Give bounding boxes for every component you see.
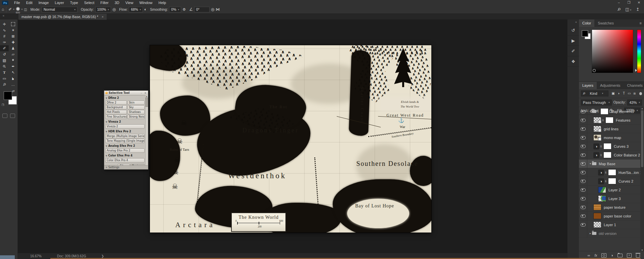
new-group-icon[interactable] xyxy=(618,254,623,257)
tool-crop[interactable]: # xyxy=(0,33,9,39)
visibility-toggle[interactable] xyxy=(579,151,587,159)
chevron-right-icon[interactable]: ▸ xyxy=(589,232,592,235)
nik-scrollbar[interactable]: ▲ xyxy=(145,95,148,166)
tool-eraser[interactable]: ▱ xyxy=(9,51,17,57)
pressure-opacity-icon[interactable]: ◎ xyxy=(112,7,116,12)
panel-close-icon[interactable]: ✕ xyxy=(144,92,147,94)
layer-opacity-select[interactable]: 43%▾ xyxy=(627,100,642,106)
nik-section-header[interactable]: ▼Viveza 2 xyxy=(105,119,145,124)
layer-mask-thumbnail[interactable] xyxy=(600,108,608,115)
share-icon[interactable]: ↥ xyxy=(636,7,639,12)
chevron-down-icon[interactable]: ▾ xyxy=(589,162,592,165)
layer-row-hue-sa-ion-1[interactable]: ◑∞Hue/Sa...ion 1 xyxy=(579,168,644,177)
status-menu-chevron-icon[interactable]: ❯ xyxy=(101,254,104,258)
home-icon[interactable]: ⌂ xyxy=(2,7,4,12)
nik-filter-button[interactable]: Viveza 2 xyxy=(105,124,145,129)
nik-filter-button[interactable]: Color Efex Pro 4 xyxy=(105,158,145,163)
visibility-toggle[interactable] xyxy=(579,203,587,211)
tab-channels[interactable]: Channels xyxy=(624,82,644,89)
link-layers-icon[interactable]: ∞ xyxy=(588,253,590,257)
layer-thumbnail[interactable] xyxy=(593,213,601,219)
collapse-tabs-icon[interactable]: « xyxy=(3,14,4,17)
tool-magic-wand[interactable]: ✶ xyxy=(9,27,17,33)
layer-row-map-base[interactable]: ▾Map Base xyxy=(579,159,644,168)
layer-row-features[interactable]: ∞Features xyxy=(579,116,644,125)
visibility-toggle[interactable] xyxy=(579,159,587,168)
panel-history-icon[interactable]: ↺ xyxy=(568,25,579,36)
nik-filter-button[interactable]: Analog Efex Pro 2 xyxy=(105,148,145,153)
panel-minimize-icon[interactable]: – xyxy=(140,92,143,94)
nik-filter-button[interactable]: Shadows xyxy=(127,110,145,114)
adjustment-layers-filter-icon[interactable]: ◑ xyxy=(616,91,621,95)
foreground-color-swatch[interactable] xyxy=(4,91,12,100)
new-layer-icon[interactable]: + xyxy=(627,253,632,258)
layer-row-layer-3[interactable]: Layer 3 xyxy=(579,194,644,203)
tool-brush[interactable]: ✐ xyxy=(0,45,9,51)
symmetry-icon[interactable]: ⋈ xyxy=(216,7,220,12)
nik-filter-button[interactable]: Background xyxy=(105,105,127,110)
nik-filter-button[interactable]: Merge (Multiple Image Series) xyxy=(105,134,145,138)
nik-filter-button[interactable]: Skin xyxy=(127,101,145,105)
tool-pen[interactable]: ✒ xyxy=(9,63,17,69)
nik-settings-footer[interactable]: « Settings xyxy=(104,165,148,169)
tool-eyedropper[interactable]: ✑ xyxy=(0,39,9,45)
filter-toggle-icon[interactable] xyxy=(639,92,642,95)
layer-row-layer-1[interactable]: Layer 1 xyxy=(579,220,644,229)
nik-section-header[interactable]: ▼HDR Efex Pro 2 xyxy=(105,129,145,134)
visibility-toggle[interactable] xyxy=(579,212,587,220)
menu-edit[interactable]: Edit xyxy=(23,1,36,5)
layer-mask-thumbnail[interactable] xyxy=(603,152,611,158)
smart-object-filter-icon[interactable]: ⧈ xyxy=(632,91,637,95)
visibility-toggle[interactable] xyxy=(579,142,587,150)
layer-thumbnail[interactable] xyxy=(593,221,601,228)
brush-size-preview[interactable]: 600 xyxy=(16,7,20,14)
tool-rectangle[interactable]: ▭ xyxy=(0,75,9,81)
menu-3d[interactable]: 3D xyxy=(112,1,122,5)
saturation-brightness-field[interactable] xyxy=(592,29,633,73)
layer-row-grid-lines[interactable]: grid lines xyxy=(579,125,644,133)
layer-row-paper-base-color[interactable]: paper base color xyxy=(579,212,644,220)
layer-row-layer-2[interactable]: Layer 2 xyxy=(579,186,644,194)
zoom-level-field[interactable]: 16.67% xyxy=(24,254,44,258)
nik-filter-button[interactable]: Hot Pixels xyxy=(105,110,127,114)
tool-clone-stamp[interactable]: ♟ xyxy=(9,45,17,51)
shape-layers-filter-icon[interactable]: ▭ xyxy=(627,91,632,95)
nik-filter-button[interactable]: Tone Mapping (Single Image) xyxy=(105,139,145,143)
add-layer-mask-icon[interactable] xyxy=(601,253,606,258)
layer-row-old-version[interactable]: ▸old version xyxy=(579,229,644,238)
blend-mode-select[interactable]: Pass Through▾ xyxy=(581,100,612,106)
tool-edit-toolbar[interactable]: … xyxy=(9,81,17,87)
nik-filter-button[interactable]: Sky xyxy=(127,105,145,110)
panel-actions-icon[interactable]: ▶ xyxy=(568,36,579,46)
color-picker-marker[interactable] xyxy=(593,69,596,72)
layer-row-map-elements[interactable]: ▾∞Map elements xyxy=(579,107,644,116)
visibility-toggle[interactable] xyxy=(579,125,587,133)
nik-section-header[interactable]: ▼Color Efex Pro 4 xyxy=(105,153,145,158)
tool-dodge[interactable]: ⚲ xyxy=(0,63,9,69)
layer-thumbnail[interactable] xyxy=(593,117,601,123)
tool-blur[interactable]: ♠ xyxy=(9,57,17,63)
tool-frame[interactable]: ⊠ xyxy=(9,33,17,39)
pressure-size-icon[interactable]: ◎ xyxy=(211,7,214,12)
visibility-toggle[interactable] xyxy=(579,177,587,185)
selective-tool-panel[interactable]: Selective Tool – ✕ ▼Dfine 2Dfine 2SkinBa… xyxy=(104,90,148,170)
swap-colors-icon[interactable]: ⇄ xyxy=(12,89,15,93)
hue-slider[interactable] xyxy=(637,29,641,73)
tab-close-icon[interactable]: × xyxy=(102,15,104,19)
tab-adjustments[interactable]: Adjustments xyxy=(597,82,624,89)
map-document[interactable]: ∧ ∧ ∧ ∧ ∧ ∧ ∧ ∧ ∧ ∧ ∧ ∧ ∧ ∧ ∧ ∧ ∧ ∧ ∧ ∧ … xyxy=(150,45,431,233)
visibility-toggle[interactable] xyxy=(579,194,587,203)
type-layers-filter-icon[interactable]: T xyxy=(622,91,626,95)
workspace-switcher[interactable]: ◫ ▾ xyxy=(625,7,631,12)
layer-mask-thumbnail[interactable] xyxy=(608,169,616,176)
layer-thumbnail[interactable] xyxy=(593,134,601,141)
layer-row-paper-texture[interactable]: paper texture xyxy=(579,203,644,212)
layer-thumbnail[interactable] xyxy=(598,187,606,193)
layer-mask-thumbnail[interactable] xyxy=(605,117,613,123)
panel-brush-presets-icon[interactable]: ❖ xyxy=(568,56,579,67)
quick-mask-button[interactable] xyxy=(2,114,7,118)
menu-window[interactable]: Window xyxy=(136,1,155,5)
menu-layer[interactable]: Layer xyxy=(52,1,67,5)
visibility-toggle[interactable] xyxy=(579,107,587,116)
tool-gradient[interactable]: ▧ xyxy=(0,57,9,63)
